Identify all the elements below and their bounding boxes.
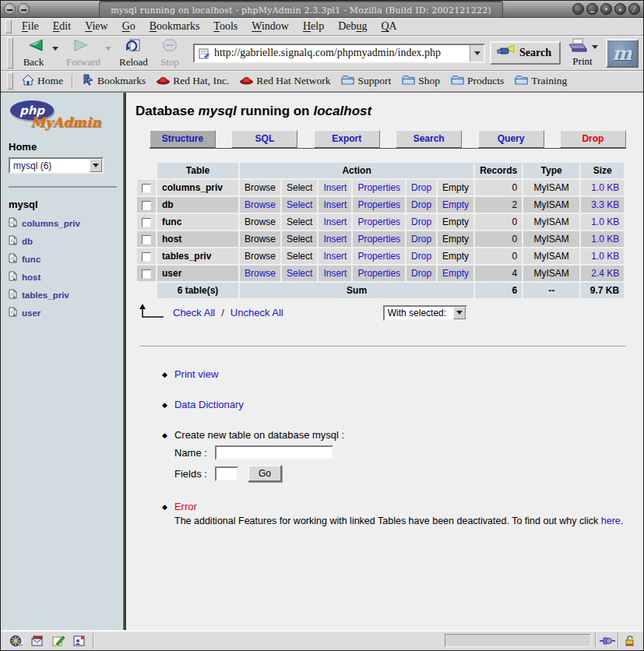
address-book-icon[interactable] bbox=[72, 634, 87, 647]
row-checkbox[interactable] bbox=[142, 184, 151, 193]
sidebar-item-user[interactable]: user bbox=[9, 306, 117, 320]
action-properties[interactable]: Properties bbox=[353, 266, 405, 281]
forward-dropdown-icon[interactable] bbox=[105, 47, 111, 51]
toolbar-grippy[interactable] bbox=[5, 19, 12, 33]
size-link[interactable]: 1.0 KB bbox=[581, 231, 624, 247]
sidebar-table-link[interactable]: tables_priv bbox=[22, 290, 69, 300]
personal-bookmark-red-hat-inc-[interactable]: Red Hat, Inc. bbox=[151, 72, 234, 90]
menu-go[interactable]: Go bbox=[115, 19, 143, 33]
print-view-link[interactable]: Print view bbox=[174, 368, 218, 380]
mail-icon[interactable] bbox=[30, 634, 45, 647]
back-button[interactable]: Back bbox=[16, 37, 51, 69]
database-select[interactable]: mysql (6) bbox=[9, 157, 104, 174]
personal-bookmark-red-hat-network[interactable]: Red Hat Network bbox=[234, 72, 336, 90]
action-select[interactable]: Select bbox=[282, 266, 317, 281]
url-input[interactable] bbox=[214, 45, 470, 62]
window-maximize-icon[interactable]: ∷ bbox=[572, 3, 584, 15]
toolbar-grippy[interactable] bbox=[7, 72, 13, 90]
action-insert[interactable]: Insert bbox=[318, 248, 351, 264]
print-dropdown-icon[interactable] bbox=[592, 45, 598, 49]
bookmark-page-icon[interactable] bbox=[199, 48, 210, 59]
action-drop[interactable]: Drop bbox=[406, 266, 436, 281]
action-properties[interactable]: Properties bbox=[353, 214, 405, 230]
stop-button[interactable]: Stop bbox=[153, 37, 187, 69]
size-link[interactable]: 3.3 KB bbox=[581, 197, 624, 213]
sidebar-item-columns_priv[interactable]: columns_priv bbox=[9, 216, 117, 230]
menu-debug[interactable]: Debug bbox=[331, 19, 374, 33]
window-raise-icon[interactable]: ▴ bbox=[614, 3, 626, 15]
size-link[interactable]: 1.0 KB bbox=[581, 248, 624, 264]
sidebar-table-link[interactable]: columns_priv bbox=[22, 219, 80, 228]
menu-bookmarks[interactable]: Bookmarks bbox=[143, 19, 207, 33]
window-minimize-icon[interactable]: ▬ bbox=[18, 3, 30, 15]
forward-button[interactable]: Forward bbox=[63, 37, 104, 69]
action-drop[interactable]: Drop bbox=[406, 180, 436, 195]
tab-export[interactable]: Export bbox=[314, 130, 380, 148]
action-select[interactable]: Select bbox=[282, 197, 317, 213]
row-checkbox[interactable] bbox=[142, 201, 151, 210]
action-empty[interactable]: Empty bbox=[438, 266, 473, 281]
tab-search[interactable]: Search bbox=[396, 130, 462, 148]
window-close-icon[interactable]: ╱ bbox=[628, 3, 640, 15]
personal-bookmark-home[interactable]: Home bbox=[16, 72, 69, 90]
action-insert[interactable]: Insert bbox=[318, 197, 351, 213]
sidebar-item-db[interactable]: db bbox=[9, 234, 117, 248]
reload-button[interactable]: Reload bbox=[116, 37, 151, 69]
row-checkbox[interactable] bbox=[142, 235, 151, 245]
window-shade-icon[interactable]: ▁ bbox=[586, 3, 598, 15]
menu-help[interactable]: Help bbox=[296, 19, 331, 33]
tab-drop[interactable]: Drop bbox=[560, 130, 626, 148]
action-properties[interactable]: Properties bbox=[353, 231, 405, 247]
new-table-fields-input[interactable] bbox=[215, 466, 238, 481]
row-checkbox[interactable] bbox=[142, 252, 151, 262]
action-drop[interactable]: Drop bbox=[406, 248, 436, 264]
url-dropdown-icon[interactable] bbox=[470, 45, 484, 62]
navigator-icon[interactable] bbox=[9, 634, 24, 647]
personal-bookmark-shop[interactable]: Shop bbox=[396, 72, 445, 90]
personal-bookmark-bookmarks[interactable]: Bookmarks bbox=[76, 72, 151, 90]
composer-icon[interactable] bbox=[51, 634, 66, 647]
action-insert[interactable]: Insert bbox=[318, 231, 351, 247]
menu-qa[interactable]: QA bbox=[374, 19, 403, 33]
sidebar-home-link[interactable]: Home bbox=[9, 141, 117, 153]
online-status[interactable] bbox=[596, 633, 618, 649]
action-drop[interactable]: Drop bbox=[406, 214, 436, 230]
menu-file[interactable]: File bbox=[15, 19, 46, 33]
check-all-link[interactable]: Check All bbox=[173, 307, 215, 318]
tab-structure[interactable]: Structure bbox=[150, 130, 216, 148]
new-table-name-input[interactable] bbox=[215, 445, 333, 460]
personal-bookmark-training[interactable]: Training bbox=[509, 72, 572, 90]
personal-bookmark-products[interactable]: Products bbox=[445, 72, 509, 90]
menu-tools[interactable]: Tools bbox=[206, 19, 245, 33]
row-checkbox[interactable] bbox=[142, 269, 151, 279]
menu-view[interactable]: View bbox=[78, 19, 115, 33]
row-checkbox[interactable] bbox=[142, 218, 151, 227]
sidebar-item-host[interactable]: host bbox=[9, 270, 117, 284]
mozilla-throbber-icon[interactable]: m bbox=[606, 39, 639, 68]
size-link[interactable]: 1.0 KB bbox=[581, 180, 624, 195]
tab-sql[interactable]: SQL bbox=[231, 130, 297, 148]
print-button[interactable]: Print bbox=[567, 38, 598, 68]
sidebar-item-tables_priv[interactable]: tables_priv bbox=[9, 288, 117, 302]
action-properties[interactable]: Properties bbox=[353, 180, 405, 195]
with-selected-select[interactable]: With selected: bbox=[383, 305, 467, 321]
menu-edit[interactable]: Edit bbox=[46, 19, 78, 33]
go-button[interactable]: Go bbox=[248, 465, 282, 482]
sidebar-item-func[interactable]: func bbox=[9, 252, 117, 266]
sidebar-table-link[interactable]: user bbox=[22, 308, 40, 318]
action-insert[interactable]: Insert bbox=[318, 214, 351, 230]
uncheck-all-link[interactable]: Uncheck All bbox=[231, 307, 283, 318]
action-properties[interactable]: Properties bbox=[353, 197, 405, 213]
action-browse[interactable]: Browse bbox=[240, 266, 280, 281]
size-link[interactable]: 2.4 KB bbox=[581, 266, 624, 281]
data-dictionary-link[interactable]: Data Dictionary bbox=[174, 399, 244, 410]
action-insert[interactable]: Insert bbox=[318, 180, 351, 195]
back-dropdown-icon[interactable] bbox=[52, 47, 58, 51]
window-lower-icon[interactable]: ▾ bbox=[600, 3, 612, 15]
action-properties[interactable]: Properties bbox=[353, 248, 405, 264]
toolbar-grippy[interactable] bbox=[7, 37, 13, 69]
search-button[interactable]: Search bbox=[490, 41, 561, 65]
menu-window[interactable]: Window bbox=[245, 19, 296, 33]
action-insert[interactable]: Insert bbox=[318, 266, 351, 281]
action-empty[interactable]: Empty bbox=[438, 197, 473, 213]
